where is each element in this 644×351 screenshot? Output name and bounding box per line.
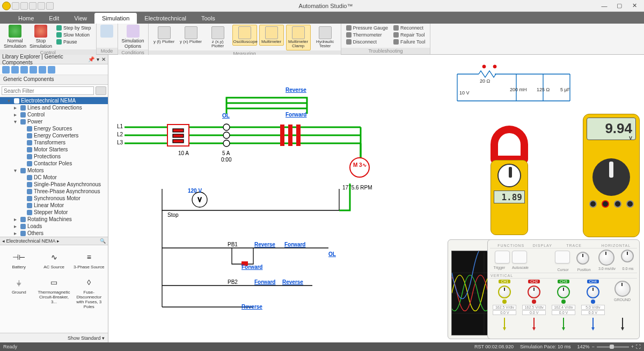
tab-edit[interactable]: Edit — [41, 13, 67, 24]
component-preview-item[interactable]: ≡3-Phase Source — [72, 247, 106, 272]
reconnect-button[interactable]: Reconnect — [392, 25, 427, 31]
fit-button[interactable]: ⛶ — [636, 344, 641, 349]
search-options-button[interactable] — [96, 86, 106, 95]
qat-button[interactable] — [38, 2, 45, 10]
tree-item[interactable]: ▸Loads — [0, 223, 108, 230]
normal-simulation-button[interactable]: Normal Simulation — [3, 25, 27, 49]
qat-button[interactable] — [12, 2, 19, 10]
component-preview-item[interactable]: ◊Fuse-Disconnector with Fuses, 3 Poles — [72, 273, 106, 311]
forward-link-4[interactable]: Forward — [254, 279, 275, 285]
zxy-plotter-button[interactable]: z (x,y) Plotter — [206, 25, 230, 50]
dmm-jack[interactable] — [614, 200, 621, 208]
yx-plotter-button[interactable]: y (x) Plotter — [179, 25, 203, 46]
zoom-in-button[interactable]: + — [631, 344, 634, 349]
tree-item[interactable]: Three-Phase Asynchronous — [0, 188, 108, 195]
tree-item[interactable]: Energy Sources — [0, 125, 108, 132]
tree-item[interactable]: DC Motor — [0, 174, 108, 181]
stop-simulation-button[interactable]: Stop Simulation — [29, 25, 53, 49]
tree-item[interactable]: Synchronous Motor — [0, 195, 108, 202]
sidebar-tab[interactable]: Generic Components — [0, 75, 108, 85]
pressure-gauge-button[interactable]: Pressure Gauge — [345, 25, 390, 31]
tree-item[interactable]: Transformers — [0, 139, 108, 146]
dmm-jack[interactable] — [602, 200, 609, 208]
reverse-link-4[interactable]: Reverse — [241, 304, 262, 310]
forward-link[interactable]: Forward — [286, 112, 306, 118]
multimeter-clamp-button[interactable]: Multimeter Clamp — [286, 25, 311, 50]
zoom-out-button[interactable]: − — [591, 344, 594, 349]
simulation-options-button[interactable]: Simulation Options — [121, 25, 145, 49]
component-tree[interactable]: ▾Electrotechnical NEMA▸Lines and Connect… — [0, 97, 108, 237]
disconnect-button[interactable]: Disconnect — [345, 39, 390, 45]
qat-button[interactable] — [46, 2, 54, 10]
maximize-button[interactable]: ▢ — [613, 2, 626, 10]
component-preview-item[interactable]: ⏚Ground — [2, 273, 35, 311]
sidebar-tool-button[interactable] — [30, 66, 37, 74]
failure-tool-button[interactable]: Failure Tool — [392, 39, 427, 45]
tree-item[interactable]: Protections — [0, 153, 108, 160]
close-button[interactable]: ✕ — [628, 2, 641, 10]
scope-channel[interactable]: CH4 5.0 V/div0.0 V — [578, 279, 608, 317]
component-preview-item[interactable]: ∿AC Source — [36, 247, 71, 272]
tab-home[interactable]: Home — [11, 13, 41, 24]
probe-icon[interactable] — [589, 318, 597, 331]
pause-button[interactable]: Pause — [55, 39, 93, 45]
qat-button[interactable] — [20, 2, 28, 10]
scope-channel[interactable]: CH1 162.5 V/div0.0 V — [490, 279, 519, 317]
sidebar-footer[interactable]: Show Standard ▾ — [0, 333, 108, 342]
tree-item[interactable]: Linear Motor — [0, 202, 108, 209]
reverse-link-2[interactable]: Reverse — [254, 242, 275, 247]
component-preview-item[interactable]: ⊣⊢Battery — [2, 247, 35, 272]
probe-icon[interactable] — [501, 318, 508, 331]
sidebar-tool-button[interactable] — [39, 66, 46, 74]
hydraulic-tester-button[interactable]: Hydraulic Tester — [313, 25, 338, 50]
digital-multimeter[interactable]: 9.94 V — [583, 114, 640, 237]
tree-item[interactable]: Energy Converters — [0, 132, 108, 139]
position-knob[interactable] — [576, 252, 589, 265]
sidebar-pin-icon[interactable]: 📌 — [88, 56, 94, 62]
tab-electrotechnical[interactable]: Electrotechnical — [137, 13, 194, 24]
trigger-button[interactable] — [495, 251, 510, 264]
scope-ground[interactable]: GROUND — [608, 279, 637, 317]
probe-icon[interactable] — [560, 318, 567, 331]
forward-link-2[interactable]: Forward — [284, 242, 305, 247]
ol-link[interactable]: OL — [222, 113, 230, 119]
dmm-jack[interactable] — [626, 200, 634, 208]
tree-item[interactable]: ▸Others — [0, 230, 108, 237]
tree-item[interactable]: Single-Phase Asynchronous — [0, 181, 108, 188]
oscilloscope-button[interactable]: Oscilloscope — [232, 25, 257, 46]
dmm-dial[interactable] — [592, 158, 630, 196]
zoom-slider[interactable] — [597, 346, 629, 348]
repair-tool-button[interactable]: Repair Tool — [392, 32, 427, 38]
cursor-button[interactable] — [555, 251, 570, 264]
tree-item[interactable]: Motor Starters — [0, 146, 108, 153]
minimize-button[interactable]: — — [598, 2, 611, 10]
yt-plotter-button[interactable]: y (t) Plotter — [152, 25, 177, 46]
tree-item[interactable]: ▾Electrotechnical NEMA — [0, 97, 108, 104]
sidebar-dropdown-icon[interactable]: ▾ — [97, 56, 99, 62]
tab-simulation[interactable]: Simulation — [94, 13, 137, 24]
sidebar-tool-button[interactable] — [2, 66, 10, 74]
tree-item[interactable]: ▾Power — [0, 118, 108, 125]
hoff-knob[interactable] — [621, 250, 634, 262]
ol-link-2[interactable]: OL — [328, 251, 336, 257]
mode-button[interactable] — [100, 25, 114, 39]
tree-item[interactable]: Contactor Poles — [0, 160, 108, 167]
clamp-meter[interactable]: 1.89 — [482, 126, 536, 235]
tree-item[interactable]: ▸Control — [0, 111, 108, 118]
tab-tools[interactable]: Tools — [194, 13, 223, 24]
probe-icon[interactable] — [530, 318, 538, 331]
scope-channel[interactable]: CH2 162.5 V/div0.0 V — [519, 279, 549, 317]
slow-motion-button[interactable]: Slow Motion — [55, 32, 93, 38]
search-input[interactable] — [2, 86, 94, 95]
search-icon[interactable]: 🔍 — [100, 238, 106, 244]
component-preview-item[interactable]: ▭Thermomagnetic Circuit-Breaker, 3... — [36, 273, 71, 311]
tab-view[interactable]: View — [67, 13, 94, 24]
sidebar-tool-button[interactable] — [11, 66, 19, 74]
step-by-step-button[interactable]: Step by Step — [55, 25, 93, 31]
dmm-buttons[interactable] — [587, 140, 636, 156]
thermometer-button[interactable]: Thermometer — [345, 32, 390, 38]
sidebar-tool-button[interactable] — [20, 66, 28, 74]
ground-probe-icon[interactable] — [619, 318, 626, 331]
tree-item[interactable]: ▸Lines and Connections — [0, 104, 108, 111]
multimeter-button[interactable]: Multimeter — [259, 25, 284, 46]
